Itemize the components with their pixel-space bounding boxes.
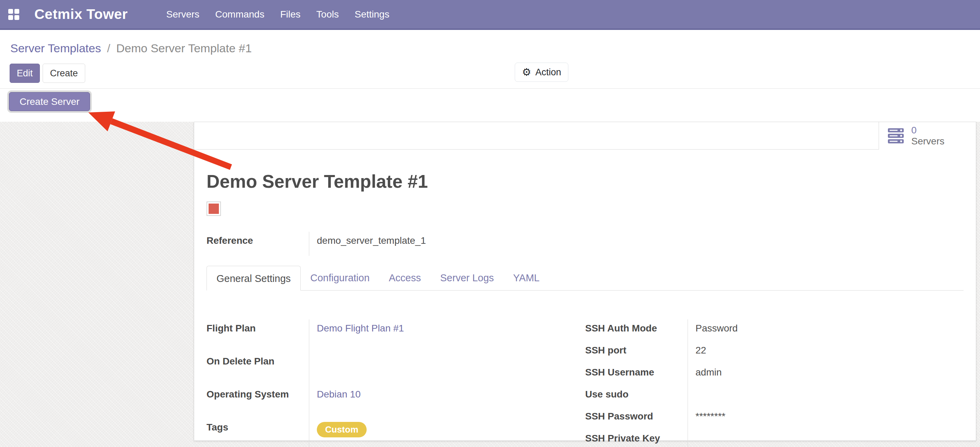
menu-item-servers[interactable]: Servers	[166, 9, 199, 20]
field-label-ssh-username: SSH Username	[585, 364, 687, 385]
field-value-ssh-auth-mode: Password	[687, 319, 964, 342]
servers-stat-label: Servers	[911, 136, 944, 147]
menu-item-settings[interactable]: Settings	[355, 9, 389, 20]
apps-icon-square	[14, 15, 19, 20]
field-label-flight-plan: Flight Plan	[207, 319, 309, 353]
apps-menu-icon[interactable]	[8, 9, 19, 20]
top-navbar: Cetmix Tower Servers Commands Files Tool…	[0, 0, 980, 30]
content-background: 0 Servers Demo Server Template #1 Refere…	[0, 122, 980, 447]
breadcrumb: Server Templates / Demo Server Template …	[0, 30, 980, 64]
tab-general-settings[interactable]: General Settings	[207, 266, 301, 291]
gear-icon: ⚙	[522, 67, 531, 77]
server-stack-icon	[888, 128, 904, 144]
color-picker-swatch[interactable]	[207, 201, 221, 216]
menu-item-tools[interactable]: Tools	[317, 9, 339, 20]
reference-field-row: Reference demo_server_template_1	[207, 232, 584, 256]
field-value-ssh-private-key	[687, 429, 964, 447]
apps-icon-square	[14, 9, 19, 14]
menu-item-files[interactable]: Files	[280, 9, 300, 20]
form-sheet: Demo Server Template #1 Reference demo_s…	[194, 150, 976, 447]
tab-access[interactable]: Access	[379, 265, 431, 290]
field-label-ssh-auth-mode: SSH Auth Mode	[585, 319, 687, 342]
breadcrumb-separator: /	[107, 42, 110, 55]
create-server-button[interactable]: Create Server	[9, 92, 90, 111]
tab-content-general-settings: Flight Plan Demo Flight Plan #1 On Delet…	[207, 291, 964, 447]
field-value-flight-plan-link[interactable]: Demo Flight Plan #1	[309, 319, 585, 353]
servers-stat-text: 0 Servers	[911, 125, 944, 147]
field-group-right: SSH Auth Mode Password SSH port 22 SSH U…	[585, 319, 964, 447]
field-label-ssh-private-key: SSH Private Key	[585, 429, 687, 447]
apps-icon-square	[8, 9, 13, 14]
field-label-tags: Tags	[207, 418, 309, 447]
field-value-ssh-username: admin	[687, 364, 964, 385]
create-server-row: Create Server	[0, 89, 980, 112]
field-value-operating-system-link[interactable]: Debian 10	[309, 385, 585, 418]
record-title: Demo Server Template #1	[207, 171, 964, 192]
breadcrumb-current: Demo Server Template #1	[116, 42, 251, 55]
tab-configuration[interactable]: Configuration	[301, 265, 379, 290]
control-panel: Edit Create ⚙ Action	[0, 64, 980, 88]
field-label-operating-system: Operating System	[207, 385, 309, 418]
create-button[interactable]: Create	[43, 64, 85, 83]
apps-icon-square	[8, 15, 13, 20]
field-group-left: Flight Plan Demo Flight Plan #1 On Delet…	[207, 319, 585, 447]
swatch-color	[208, 204, 219, 214]
reference-label: Reference	[207, 232, 309, 256]
servers-stat-button[interactable]: 0 Servers	[879, 122, 976, 150]
field-value-on-delete-plan	[309, 353, 585, 385]
tag-badge-custom: Custom	[317, 422, 367, 437]
field-value-ssh-port: 22	[687, 342, 964, 364]
reference-value: demo_server_template_1	[309, 232, 584, 256]
notebook-tabs: General Settings Configuration Access Se…	[207, 265, 964, 291]
edit-button[interactable]: Edit	[10, 64, 40, 83]
servers-stat-value: 0	[911, 125, 944, 136]
field-value-tags: Custom	[309, 418, 585, 447]
tab-yaml[interactable]: YAML	[503, 265, 549, 290]
field-label-on-delete-plan: On Delete Plan	[207, 353, 309, 385]
field-value-use-sudo	[687, 385, 964, 407]
tab-server-logs[interactable]: Server Logs	[431, 265, 503, 290]
breadcrumb-parent-link[interactable]: Server Templates	[10, 42, 101, 55]
menu-item-commands[interactable]: Commands	[215, 9, 264, 20]
main-menu: Servers Commands Files Tools Settings	[166, 9, 389, 20]
brand-title[interactable]: Cetmix Tower	[34, 6, 128, 22]
action-button-label: Action	[535, 67, 561, 78]
page: { "navbar": { "brand": "Cetmix Tower", "…	[0, 0, 980, 447]
field-label-ssh-port: SSH port	[585, 342, 687, 364]
record-card: 0 Servers Demo Server Template #1 Refere…	[194, 122, 976, 441]
field-label-ssh-password: SSH Password	[585, 407, 687, 429]
action-dropdown-button[interactable]: ⚙ Action	[515, 62, 568, 82]
card-header: 0 Servers	[194, 122, 976, 150]
field-label-use-sudo: Use sudo	[585, 385, 687, 407]
field-value-ssh-password: ********	[687, 407, 964, 429]
